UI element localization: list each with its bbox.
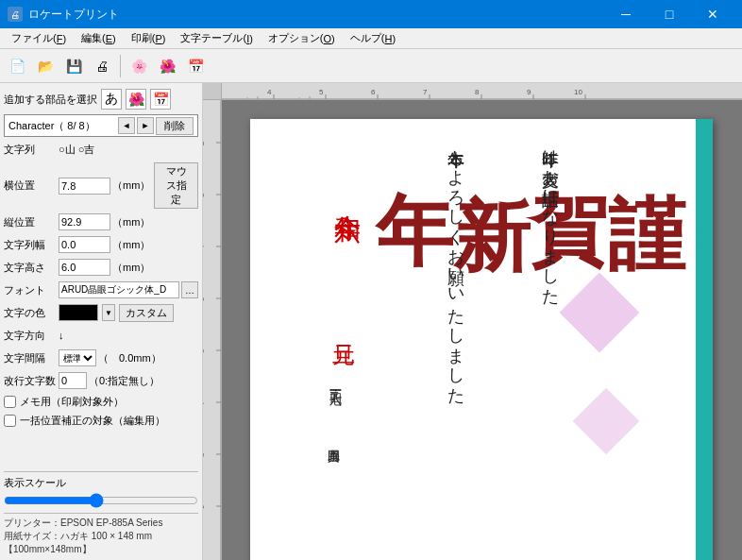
svg-text:4: 4 (267, 88, 272, 96)
toolbar-save[interactable]: 💾 (60, 53, 87, 79)
mojicolor-label: 文字の色 (4, 306, 59, 320)
add-text-button[interactable]: あ (101, 89, 122, 110)
color-dropdown[interactable]: ▼ (102, 304, 115, 321)
svg-text:9: 9 (203, 504, 206, 509)
next-button[interactable]: ► (137, 117, 154, 134)
close-button[interactable]: ✕ (691, 0, 734, 28)
mojikankaku-label: 文字間隔 (4, 351, 59, 365)
paper-label: 用紙サイズ：ハガキ 100 × 148 mm (4, 530, 198, 543)
tatuchi-input[interactable] (59, 213, 110, 230)
memo-label: メモ用（印刷対象外） (20, 395, 124, 409)
kaigyomoji-row: 改行文字数 （0:指定無し） (4, 371, 198, 390)
mojihaba-input[interactable] (59, 236, 110, 253)
font-value: ARUD晶眼ゴシック体_D (61, 283, 166, 297)
ruler-top: 4 5 6 7 8 9 10 (222, 83, 742, 99)
mojitaka-input[interactable] (59, 259, 110, 276)
scale-slider[interactable] (4, 493, 198, 508)
mojiretsu-row: 文字列 ○山 ○吉 (4, 140, 198, 159)
svg-text:9: 9 (527, 88, 531, 96)
toolbar-flower1[interactable]: 🌸 (126, 53, 152, 79)
mojihaba-unit: （mm） (112, 238, 150, 252)
menu-options[interactable]: オプション(O) (261, 28, 343, 49)
color-box[interactable] (59, 304, 98, 321)
delete-button[interactable]: 削除 (156, 117, 194, 135)
svg-text:8: 8 (475, 88, 480, 96)
mojiretsu-value: ○山 ○吉 (59, 143, 94, 157)
add-parts-row: 追加する部品を選択 あ 🌺 📅 (4, 87, 198, 111)
toolbar-print[interactable]: 🖨 (89, 53, 115, 79)
mouse-specify-button[interactable]: マウス指定 (154, 162, 198, 209)
menu-file[interactable]: ファイル(F) (4, 28, 74, 49)
mojikankaku-row: 文字間隔 標準 （ 0.0mm） (4, 348, 198, 367)
add-flower-button[interactable]: 🌺 (126, 89, 146, 110)
svg-text:10: 10 (574, 88, 582, 96)
yokuchi-input[interactable] (59, 178, 110, 195)
scale-section: 表示スケール (4, 471, 198, 510)
printer-info: プリンター：EPSON EP-885A Series 用紙サイズ：ハガキ 100… (4, 513, 198, 556)
canvas-wrapper: 謹賀新年 昨年は大変お世話になりました 本年もよろしくお願いいたしました 令和六… (222, 100, 742, 560)
ruler-left: 2 3 4 5 6 7 8 9 (203, 100, 222, 560)
mojidirection-label: 文字方向 (4, 329, 59, 343)
yokuchi-label: 横位置 (4, 178, 59, 193)
character-row: Character（ 8/ 8） ◄ ► 削除 (4, 114, 198, 137)
diamond-decoration-1 (560, 273, 640, 353)
ikkatsu-label: 一括位置補正の対象（編集用） (20, 414, 165, 428)
kaigyomoji-note: （0:指定無し） (89, 374, 160, 388)
spacing-value: （ 0.0mm） (98, 351, 161, 365)
app-icon: 🖨 (8, 7, 23, 22)
menu-edit[interactable]: 編集(E) (74, 28, 124, 49)
printer-label: プリンター：EPSON EP-885A Series (4, 517, 198, 530)
yokuchi-unit: （mm） (112, 178, 150, 193)
add-calendar-button[interactable]: 📅 (150, 89, 171, 110)
mojitaka-label: 文字高さ (4, 261, 59, 275)
app-title: ロケートプリント (28, 7, 119, 23)
svg-text:3: 3 (203, 193, 206, 197)
toolbar-open[interactable]: 📂 (32, 53, 59, 79)
mojicolor-row: 文字の色 ▼ カスタム (4, 303, 198, 322)
svg-text:4: 4 (203, 245, 206, 249)
spacing-select[interactable]: 標準 (59, 349, 96, 366)
svg-text:6: 6 (203, 348, 206, 353)
character-label: Character（ 8/ 8） (8, 119, 116, 133)
toolbar-separator (120, 55, 121, 77)
tatuchi-label: 縦位置 (4, 215, 59, 229)
teal-border (696, 119, 713, 560)
main-container: 追加する部品を選択 あ 🌺 📅 Character（ 8/ 8） ◄ ► 削除 … (0, 83, 742, 560)
minimize-button[interactable]: ─ (604, 0, 648, 28)
memo-checkbox-row: メモ用（印刷対象外） (4, 395, 198, 409)
text-column1: 昨年は大変お世話になりました (538, 138, 562, 297)
color-control: ▼ カスタム (59, 304, 174, 322)
paper: 謹賀新年 昨年は大変お世話になりました 本年もよろしくお願いいたしました 令和六… (250, 119, 713, 560)
font-row: フォント ARUD晶眼ゴシック体_D … (4, 280, 198, 299)
font-more-button[interactable]: … (181, 281, 198, 298)
kaigyomoji-label: 改行文字数 (4, 374, 59, 388)
font-input[interactable]: ARUD晶眼ゴシック体_D (59, 281, 179, 298)
svg-text:5: 5 (319, 88, 324, 96)
toolbar-flower2[interactable]: 🌺 (154, 53, 180, 79)
left-panel: 追加する部品を選択 あ 🌺 📅 Character（ 8/ 8） ◄ ► 削除 … (0, 83, 203, 560)
mojidirection-value: ↓ (59, 330, 64, 341)
menu-help[interactable]: ヘルプ(H) (343, 28, 403, 49)
maximize-button[interactable]: □ (648, 0, 691, 28)
diamond-decoration-2 (573, 388, 640, 455)
menu-char-table[interactable]: 文字テーブル(I) (173, 28, 260, 49)
kaigyomoji-input[interactable] (59, 372, 87, 389)
right-panel: 4 5 6 7 8 9 10 (203, 83, 742, 560)
menu-print[interactable]: 印刷(P) (124, 28, 174, 49)
custom-color-button[interactable]: カスタム (119, 304, 174, 322)
svg-text:6: 6 (371, 88, 376, 96)
ikkatsu-checkbox[interactable] (4, 415, 16, 427)
svg-text:7: 7 (423, 88, 428, 96)
svg-text:2: 2 (203, 141, 206, 145)
memo-checkbox[interactable] (4, 396, 16, 408)
toolbar-new[interactable]: 📄 (4, 53, 30, 79)
menu-bar: ファイル(F) 編集(E) 印刷(P) 文字テーブル(I) オプション(O) ヘ… (0, 28, 742, 49)
tatuchi-row: 縦位置 （mm） (4, 212, 198, 231)
mojitaka-row: 文字高さ （mm） (4, 258, 198, 277)
toolbar-calendar[interactable]: 📅 (182, 53, 209, 79)
mojidirection-row: 文字方向 ↓ (4, 326, 198, 345)
text-column2: 本年もよろしくお願いいたしました (444, 138, 467, 396)
paper-size: 【100mm×148mm】 (4, 543, 198, 556)
svg-text:5: 5 (203, 297, 206, 301)
prev-button[interactable]: ◄ (118, 117, 135, 134)
